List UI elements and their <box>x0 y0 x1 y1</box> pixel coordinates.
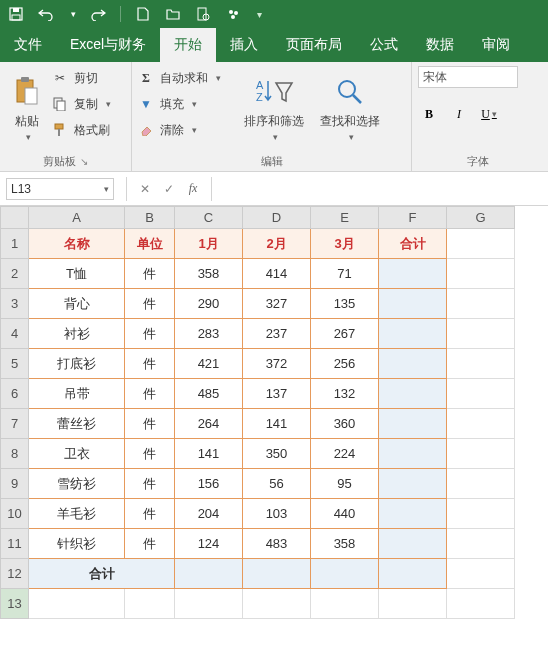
header-cell[interactable]: 合计 <box>379 229 447 259</box>
dialog-launcher-icon[interactable]: ↘ <box>80 156 88 167</box>
col-header[interactable]: D <box>243 207 311 229</box>
menu-data[interactable]: 数据 <box>412 28 468 62</box>
cell[interactable] <box>447 409 515 439</box>
cell[interactable]: 件 <box>125 409 175 439</box>
row-header[interactable]: 13 <box>1 589 29 619</box>
cell[interactable] <box>175 589 243 619</box>
cell[interactable]: 141 <box>243 409 311 439</box>
cell[interactable] <box>311 589 379 619</box>
cell[interactable]: 283 <box>175 319 243 349</box>
select-all-corner[interactable] <box>1 207 29 229</box>
row-header[interactable]: 7 <box>1 409 29 439</box>
cell[interactable] <box>447 349 515 379</box>
qat-customize-icon[interactable]: ▾ <box>255 6 263 22</box>
open-file-icon[interactable] <box>165 6 181 22</box>
menu-excel-finance[interactable]: Excel与财务 <box>56 28 160 62</box>
cell[interactable] <box>447 529 515 559</box>
cell[interactable]: 针织衫 <box>29 529 125 559</box>
cell[interactable]: 372 <box>243 349 311 379</box>
cell[interactable]: 135 <box>311 289 379 319</box>
header-cell[interactable]: 1月 <box>175 229 243 259</box>
col-header[interactable]: A <box>29 207 125 229</box>
menu-home[interactable]: 开始 <box>160 28 216 62</box>
cell[interactable]: 56 <box>243 469 311 499</box>
cell[interactable]: 羊毛衫 <box>29 499 125 529</box>
cell[interactable]: 204 <box>175 499 243 529</box>
cell[interactable]: 件 <box>125 379 175 409</box>
cell[interactable]: 256 <box>311 349 379 379</box>
cell[interactable]: 267 <box>311 319 379 349</box>
header-cell[interactable]: 单位 <box>125 229 175 259</box>
cell[interactable]: 吊带 <box>29 379 125 409</box>
cell[interactable] <box>447 439 515 469</box>
menu-review[interactable]: 审阅 <box>468 28 524 62</box>
cell[interactable] <box>447 259 515 289</box>
paste-button[interactable]: 粘贴 ▾ <box>6 66 48 142</box>
print-preview-icon[interactable] <box>195 6 211 22</box>
cell[interactable]: 95 <box>311 469 379 499</box>
cell[interactable]: 件 <box>125 319 175 349</box>
name-box[interactable]: L13 ▾ <box>6 178 114 200</box>
cell[interactable]: 141 <box>175 439 243 469</box>
underline-button[interactable]: U▾ <box>478 104 500 124</box>
cell[interactable]: 103 <box>243 499 311 529</box>
cell[interactable]: 350 <box>243 439 311 469</box>
cell[interactable] <box>379 409 447 439</box>
cell[interactable]: 件 <box>125 469 175 499</box>
row-header[interactable]: 9 <box>1 469 29 499</box>
cell[interactable]: 衬衫 <box>29 319 125 349</box>
sort-filter-button[interactable]: AZ 排序和筛选▾ <box>238 66 310 142</box>
cell[interactable] <box>379 589 447 619</box>
cancel-formula-icon[interactable]: ✕ <box>133 178 157 200</box>
save-icon[interactable] <box>8 6 24 22</box>
cell[interactable]: 件 <box>125 499 175 529</box>
cell[interactable]: 件 <box>125 349 175 379</box>
cell[interactable] <box>175 559 243 589</box>
header-cell[interactable]: 2月 <box>243 229 311 259</box>
addin-icon[interactable] <box>225 6 241 22</box>
cell[interactable] <box>379 349 447 379</box>
col-header[interactable]: F <box>379 207 447 229</box>
col-header[interactable]: G <box>447 207 515 229</box>
row-header[interactable]: 3 <box>1 289 29 319</box>
menu-insert[interactable]: 插入 <box>216 28 272 62</box>
menu-file[interactable]: 文件 <box>0 28 56 62</box>
cell[interactable]: 打底衫 <box>29 349 125 379</box>
cell[interactable]: 124 <box>175 529 243 559</box>
cell[interactable] <box>29 589 125 619</box>
cell[interactable]: 264 <box>175 409 243 439</box>
cell[interactable]: 蕾丝衫 <box>29 409 125 439</box>
cell[interactable]: 360 <box>311 409 379 439</box>
cell[interactable]: 156 <box>175 469 243 499</box>
cut-button[interactable]: ✂ 剪切 <box>52 68 111 88</box>
cell[interactable]: 137 <box>243 379 311 409</box>
format-painter-button[interactable]: 格式刷 <box>52 120 111 140</box>
cell[interactable] <box>379 439 447 469</box>
cell[interactable]: 71 <box>311 259 379 289</box>
menu-page-layout[interactable]: 页面布局 <box>272 28 356 62</box>
cell[interactable]: 358 <box>311 529 379 559</box>
cell[interactable] <box>125 589 175 619</box>
cell[interactable] <box>379 469 447 499</box>
cell[interactable] <box>379 319 447 349</box>
cell[interactable] <box>379 499 447 529</box>
cell[interactable]: 440 <box>311 499 379 529</box>
cell[interactable]: 132 <box>311 379 379 409</box>
find-select-button[interactable]: 查找和选择▾ <box>314 66 386 142</box>
cell[interactable]: 背心 <box>29 289 125 319</box>
italic-button[interactable]: I <box>448 104 470 124</box>
cell[interactable] <box>447 499 515 529</box>
redo-icon[interactable] <box>90 6 106 22</box>
cell[interactable] <box>311 559 379 589</box>
cell[interactable] <box>379 289 447 319</box>
cell[interactable] <box>379 529 447 559</box>
row-header[interactable]: 4 <box>1 319 29 349</box>
chevron-down-icon[interactable]: ▾ <box>104 184 109 194</box>
copy-button[interactable]: 复制▾ <box>52 94 111 114</box>
row-header[interactable]: 2 <box>1 259 29 289</box>
bold-button[interactable]: B <box>418 104 440 124</box>
cell[interactable] <box>243 589 311 619</box>
cell[interactable]: 卫衣 <box>29 439 125 469</box>
menu-formulas[interactable]: 公式 <box>356 28 412 62</box>
col-header[interactable]: B <box>125 207 175 229</box>
